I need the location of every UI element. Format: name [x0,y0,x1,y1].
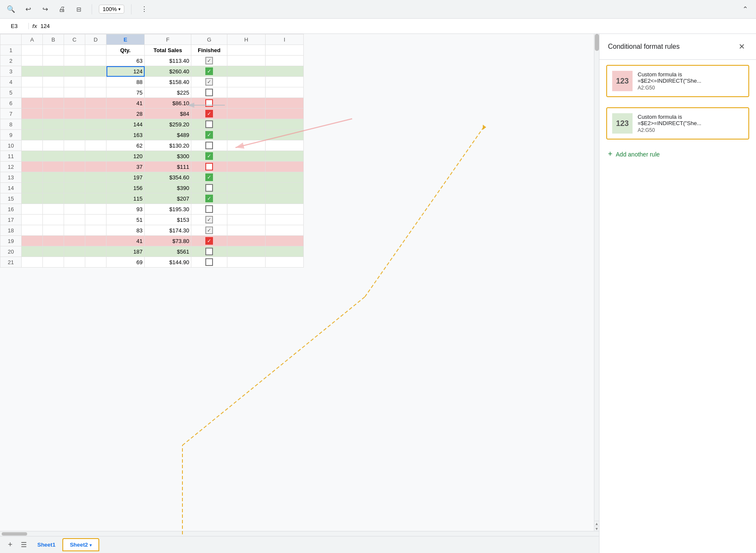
cell-G17[interactable]: ✓ [191,215,227,225]
cell-H18[interactable] [227,225,266,236]
cell-reference-input[interactable] [3,23,29,29]
cell-A1[interactable] [22,45,43,56]
checkbox-G4[interactable]: ✓ [193,77,225,87]
cell-I16[interactable] [266,204,304,215]
rule-card-2[interactable]: 123 Custom formula is =$E2>=INDIRECT("Sh… [606,107,749,140]
cell-C8[interactable] [64,119,85,130]
cell-C15[interactable] [64,193,85,204]
cell-B20[interactable] [43,246,64,257]
cell-A14[interactable] [22,183,43,193]
cell-D15[interactable] [85,193,106,204]
cell-F16[interactable]: $195.30 [145,204,191,215]
redo-icon[interactable]: ↪ [39,3,51,15]
cell-D19[interactable] [85,236,106,246]
cell-H2[interactable] [227,56,266,66]
cell-I9[interactable] [266,130,304,140]
cell-A8[interactable] [22,119,43,130]
cell-E2[interactable]: 63 [106,56,145,66]
cell-E13[interactable]: 197 [106,172,145,183]
cell-H11[interactable] [227,151,266,162]
checkbox-G6[interactable] [193,98,225,108]
cell-E9[interactable]: 163 [106,130,145,140]
cell-C3[interactable] [64,66,85,77]
cell-F10[interactable]: $130.20 [145,140,191,151]
print-icon[interactable]: 🖨 [56,3,68,15]
cell-B14[interactable] [43,183,64,193]
cell-A18[interactable] [22,225,43,236]
cell-D17[interactable] [85,215,106,225]
checkbox-G11[interactable]: ✓ [193,151,225,161]
col-header-B[interactable]: B [43,34,64,45]
cell-D5[interactable] [85,87,106,98]
cell-B15[interactable] [43,193,64,204]
cell-B21[interactable] [43,257,64,268]
cell-I7[interactable] [266,109,304,119]
cell-G15[interactable]: ✓ [191,193,227,204]
cell-D14[interactable] [85,183,106,193]
grid-container[interactable]: A B C D E F G H I 1 [0,34,594,531]
col-header-G[interactable]: G [191,34,227,45]
cell-E7[interactable]: 28 [106,109,145,119]
cell-H13[interactable] [227,172,266,183]
col-header-F[interactable]: F [145,34,191,45]
cell-G6[interactable] [191,98,227,109]
cell-B18[interactable] [43,225,64,236]
cell-C10[interactable] [64,140,85,151]
cell-F11[interactable]: $300 [145,151,191,162]
cell-A20[interactable] [22,246,43,257]
format-paint-icon[interactable]: ⊟ [73,3,85,15]
cell-A17[interactable] [22,215,43,225]
cell-C21[interactable] [64,257,85,268]
cell-B5[interactable] [43,87,64,98]
cell-I1[interactable] [266,45,304,56]
cell-I19[interactable] [266,236,304,246]
cell-F3[interactable]: $260.40 [145,66,191,77]
horizontal-scrollbar[interactable] [0,531,599,536]
cell-F21[interactable]: $144.90 [145,257,191,268]
cell-H16[interactable] [227,204,266,215]
cell-E1[interactable]: Qty. [106,45,145,56]
cell-A2[interactable] [22,56,43,66]
cell-D10[interactable] [85,140,106,151]
cell-A3[interactable] [22,66,43,77]
cell-H17[interactable] [227,215,266,225]
cell-E17[interactable]: 51 [106,215,145,225]
cell-H7[interactable] [227,109,266,119]
cell-D6[interactable] [85,98,106,109]
cell-G3[interactable]: ✓ [191,66,227,77]
cell-B19[interactable] [43,236,64,246]
cell-I4[interactable] [266,77,304,87]
vertical-scrollbar[interactable]: ▲ ▼ [594,34,599,531]
cell-E20[interactable]: 187 [106,246,145,257]
cell-C16[interactable] [64,204,85,215]
cell-F20[interactable]: $561 [145,246,191,257]
checkbox-G14[interactable] [193,183,225,193]
checkbox-G19[interactable]: ✓ [193,236,225,246]
cell-B7[interactable] [43,109,64,119]
cell-C7[interactable] [64,109,85,119]
col-header-H[interactable]: H [227,34,266,45]
zoom-selector[interactable]: 100% ▾ [99,5,124,14]
cell-F6[interactable]: $86.10 [145,98,191,109]
cell-I2[interactable] [266,56,304,66]
checkbox-G8[interactable] [193,119,225,129]
col-header-E[interactable]: E [106,34,145,45]
cell-D8[interactable] [85,119,106,130]
checkbox-G15[interactable]: ✓ [193,193,225,204]
cell-F14[interactable]: $390 [145,183,191,193]
cell-D20[interactable] [85,246,106,257]
cell-G9[interactable]: ✓ [191,130,227,140]
cell-I10[interactable] [266,140,304,151]
cell-C12[interactable] [64,162,85,172]
cell-C17[interactable] [64,215,85,225]
cell-C2[interactable] [64,56,85,66]
cell-I13[interactable] [266,172,304,183]
checkbox-G2[interactable]: ✓ [193,56,225,66]
cell-G19[interactable]: ✓ [191,236,227,246]
cell-D2[interactable] [85,56,106,66]
cell-G18[interactable]: ✓ [191,225,227,236]
more-options-icon[interactable]: ⋮ [138,3,150,15]
checkbox-G12[interactable] [193,162,225,172]
cell-D1[interactable] [85,45,106,56]
cell-G14[interactable] [191,183,227,193]
